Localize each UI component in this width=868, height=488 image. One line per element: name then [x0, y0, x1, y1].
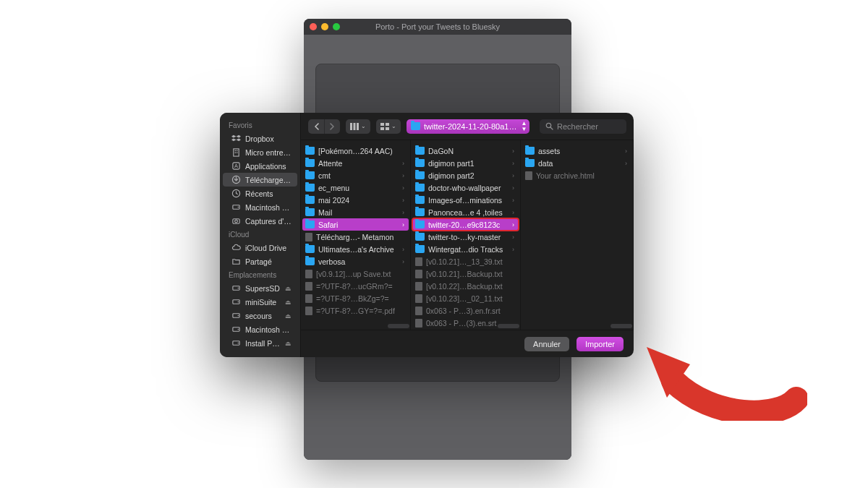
sidebar-item-label: Macintosh HD — [245, 325, 292, 334]
nav-back-button[interactable] — [308, 119, 324, 134]
svg-rect-0 — [234, 149, 239, 156]
folder-row[interactable]: [Pokémon…264 AAC) — [302, 145, 409, 157]
sidebar-section-title: iCloud — [220, 228, 300, 241]
scrollbar[interactable] — [388, 324, 409, 328]
sidebar-item[interactable]: Captures d'… — [223, 214, 297, 228]
folder-row[interactable]: Ultimates…a's Archive› — [302, 243, 409, 255]
cancel-button[interactable]: Annuler — [524, 337, 569, 351]
window-minimize-button[interactable] — [321, 23, 328, 30]
item-name: Your archive.html — [536, 171, 627, 180]
file-row[interactable]: =?UTF-8?…ucGRm?= — [302, 280, 409, 292]
view-mode-button[interactable]: ⌄ — [346, 119, 370, 134]
file-row[interactable]: =?UTF-8?…GY=?=.pdf — [302, 304, 409, 317]
folder-row[interactable]: Mail› — [302, 206, 409, 218]
item-name: DaGoN — [428, 147, 509, 155]
folder-icon — [305, 184, 315, 192]
folder-row[interactable]: twitter-to-…ky-master› — [412, 231, 519, 243]
folder-icon — [415, 184, 425, 192]
sidebar-section-title: Emplacements — [220, 268, 300, 281]
sidebar-item[interactable]: Install P…⏏ — [223, 336, 297, 350]
browser-column-2[interactable]: DaGoN›digimon part1›digimon part2›doctor… — [411, 140, 521, 330]
sidebar-item[interactable]: miniSuite⏏ — [223, 295, 297, 309]
file-row[interactable]: 0x063 - P…3).en.fr.srt — [412, 304, 519, 317]
sidebar-item[interactable]: Partagé — [223, 254, 297, 268]
file-row[interactable]: Your archive.html — [522, 169, 631, 181]
dialog-footer: Annuler Importer — [301, 330, 634, 357]
folder-icon — [415, 147, 425, 155]
item-name: doctor-who-wallpaper — [428, 184, 509, 192]
item-name: Télécharg…- Metamon — [316, 233, 404, 241]
folder-row[interactable]: Images-of…minations› — [412, 194, 519, 206]
sidebar-item[interactable]: secours⏏ — [223, 309, 297, 322]
folder-row[interactable]: Wintergat…dio Tracks› — [412, 243, 519, 255]
folder-row[interactable]: ec_menu› — [302, 181, 409, 194]
svg-point-18 — [238, 315, 239, 316]
eject-icon[interactable]: ⏏ — [285, 312, 292, 320]
eject-icon[interactable]: ⏏ — [285, 340, 292, 347]
file-row[interactable]: =?UTF-8?…BkZg=?= — [302, 292, 409, 304]
scrollbar[interactable] — [498, 324, 519, 328]
file-row[interactable]: [v0.10.23]…_02_11.txt — [412, 292, 519, 304]
browser-column-3[interactable]: assets›data›Your archive.html — [521, 140, 634, 330]
folder-icon — [415, 233, 425, 241]
svg-rect-23 — [350, 123, 352, 130]
sidebar-item[interactable]: Micro entre… — [223, 145, 297, 159]
chevron-right-icon — [330, 123, 335, 130]
eject-icon[interactable]: ⏏ — [285, 299, 292, 306]
svg-point-12 — [235, 220, 238, 223]
folder-icon — [305, 221, 315, 228]
folder-row[interactable]: Safari› — [302, 218, 409, 231]
sidebar-item[interactable]: Macintosh HD — [223, 322, 297, 336]
svg-point-10 — [238, 207, 239, 207]
chevron-right-icon: › — [625, 147, 627, 155]
window-zoom-button[interactable] — [333, 23, 340, 30]
folder-row[interactable]: Panoncea…e 4 ,toiles› — [412, 206, 519, 218]
sidebar[interactable]: FavorisDropboxMicro entre…AApplicationsT… — [220, 113, 301, 357]
file-row[interactable]: [v0.10.21]…_13_39.txt — [412, 255, 519, 267]
search-placeholder: Rechercher — [557, 122, 598, 131]
sidebar-item[interactable]: SupersSD⏏ — [223, 281, 297, 295]
disk-icon — [231, 311, 241, 320]
sidebar-item[interactable]: Récents — [223, 187, 297, 200]
folder-row[interactable]: verbosa› — [302, 255, 409, 267]
file-row[interactable]: [v0.10.22]…Backup.txt — [412, 280, 519, 292]
svg-rect-4 — [237, 153, 237, 153]
folder-row[interactable]: mai 2024› — [302, 194, 409, 206]
chevron-right-icon: › — [512, 197, 514, 204]
folder-row[interactable]: digimon part1› — [412, 157, 519, 169]
sidebar-item[interactable]: Macintosh HD — [223, 200, 297, 214]
folder-row[interactable]: assets› — [522, 145, 631, 157]
sidebar-item-label: Install P… — [245, 339, 280, 348]
folder-row[interactable]: twitter-20…e9c8123c› — [412, 218, 519, 231]
group-by-button[interactable]: ⌄ — [376, 119, 401, 134]
chevron-right-icon: › — [512, 246, 514, 253]
folder-row[interactable]: data› — [522, 157, 631, 169]
search-field[interactable]: Rechercher — [540, 119, 626, 134]
file-row[interactable]: [v0.10.21]…Backup.txt — [412, 267, 519, 280]
sidebar-item-label: Macintosh HD — [245, 203, 292, 212]
item-name: =?UTF-8?…BkZg=?= — [316, 294, 404, 303]
sidebar-item[interactable]: iCloud Drive — [223, 241, 297, 254]
sidebar-item[interactable]: Télécharge… — [223, 173, 297, 187]
folder-row[interactable]: cmt› — [302, 169, 409, 181]
svg-rect-25 — [357, 123, 359, 130]
file-row[interactable]: [v0.9.12]…up Save.txt — [302, 267, 409, 280]
folder-row[interactable]: digimon part2› — [412, 169, 519, 181]
sidebar-item[interactable]: AApplications — [223, 159, 297, 173]
sidebar-item-label: iCloud Drive — [245, 244, 286, 252]
folder-row[interactable]: Attente› — [302, 157, 409, 169]
file-row[interactable]: Télécharg…- Metamon — [302, 231, 409, 243]
import-button[interactable]: Importer — [576, 337, 624, 351]
sidebar-item[interactable]: Dropbox — [223, 132, 297, 145]
sidebar-item-label: Télécharge… — [245, 176, 291, 184]
path-dropdown[interactable]: twitter-2024-11-20-80a1… ▲▼ — [407, 119, 529, 134]
folder-row[interactable]: doctor-who-wallpaper› — [412, 181, 519, 194]
eject-icon[interactable]: ⏏ — [285, 285, 292, 292]
window-close-button[interactable] — [310, 23, 317, 30]
document-icon — [305, 307, 312, 315]
scrollbar[interactable] — [610, 324, 632, 328]
folder-row[interactable]: DaGoN› — [412, 145, 519, 157]
svg-line-31 — [550, 127, 553, 129]
nav-forward-button[interactable] — [324, 119, 340, 134]
browser-column-1[interactable]: [Pokémon…264 AAC)Attente›cmt›ec_menu›mai… — [301, 140, 411, 330]
